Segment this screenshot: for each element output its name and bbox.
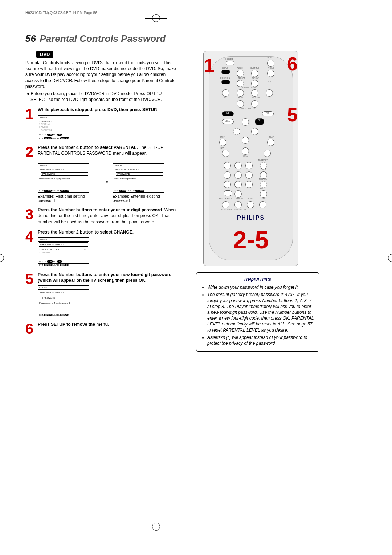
num-4-button[interactable] — [224, 171, 231, 179]
skip-back-button[interactable] — [222, 89, 229, 97]
num-3-button[interactable] — [245, 162, 253, 169]
dotted-rule — [25, 46, 334, 46]
repeat-button[interactable] — [237, 80, 244, 87]
num-0-button[interactable] — [234, 190, 242, 198]
vcrtv-button[interactable] — [260, 171, 267, 179]
menu-value: ALL — [84, 248, 88, 251]
step-number: 1 — [25, 107, 38, 121]
slow-button[interactable] — [259, 201, 266, 208]
setup-screen-main: SET-UP 1 LANGUAGE 2 DISPLAY 3 AUDIO 4 PA… — [38, 115, 89, 141]
screen-subtitle: PARENTAL CONTROLS — [39, 242, 88, 247]
marker-button[interactable] — [226, 61, 234, 65]
audio-button[interactable] — [237, 70, 244, 77]
step-3-bold: Press the Number buttons to enter your f… — [38, 207, 163, 212]
repeat-ab-button[interactable] — [251, 80, 258, 87]
right-button[interactable] — [251, 128, 258, 135]
footer-key: SETUP — [44, 190, 52, 192]
remote-label: A-B — [266, 81, 273, 83]
step-number: 5 — [25, 272, 38, 286]
num-6-button[interactable] — [245, 171, 253, 179]
menu-item: 3 AUDIO — [39, 126, 88, 129]
remote-label: PLAY — [267, 136, 276, 138]
up-button[interactable] — [242, 118, 249, 126]
hint-item: The default (factory preset) password is… — [207, 292, 314, 333]
password-dots: - - - - — [39, 305, 88, 308]
footer-key: RETURN — [60, 190, 69, 192]
timer-button[interactable] — [260, 162, 267, 169]
remote-label: TIMER SET — [256, 159, 269, 161]
ch-down-button[interactable] — [237, 89, 244, 97]
num-9-button[interactable] — [245, 181, 253, 188]
mode-button[interactable] — [237, 100, 244, 108]
step-number: 6 — [25, 321, 38, 336]
remote-control-diagram: 1 6 5 MARKER POWER SETUP AUDIO SUBTITLE … — [203, 51, 298, 266]
plus10-button[interactable] — [224, 190, 232, 196]
remote-label: SPEED — [258, 187, 269, 190]
num-2-button[interactable] — [234, 162, 242, 169]
page-title: Parental Controls Password — [40, 33, 166, 44]
remote-label: SETUP — [220, 67, 231, 69]
new-password-screen: SET-UP PARENTAL CONTROLS PASSWORD Please… — [38, 285, 89, 317]
register-mark-right — [377, 247, 392, 269]
play-button[interactable] — [267, 139, 274, 146]
rew-button[interactable] — [222, 150, 229, 157]
num-7-button[interactable] — [224, 181, 231, 188]
remote-label: CHANNEL/SKIP — [238, 86, 260, 89]
display-button[interactable] — [234, 201, 242, 208]
remote-label: MARKER — [224, 58, 234, 60]
angle-button[interactable] — [267, 70, 274, 77]
left-button[interactable] — [233, 128, 240, 135]
remote-label: MENU — [224, 120, 232, 122]
remote-label: DVD — [224, 112, 232, 114]
num-8-button[interactable] — [234, 181, 242, 188]
callout-5: 5 — [287, 104, 298, 126]
power-button[interactable] — [267, 60, 274, 67]
step-4: 4 Press the Number 2 button to select CH… — [25, 229, 178, 267]
down-button[interactable] — [242, 137, 249, 144]
footer-label: EXIT: — [114, 190, 118, 192]
skip-fwd-button[interactable] — [266, 89, 273, 97]
screen-title: SET-UP — [38, 286, 89, 290]
step-1: 1 While playback is stopped, press DVD, … — [25, 107, 178, 140]
brand-logo: PHILIPS — [204, 215, 298, 221]
zoom-button[interactable] — [247, 201, 254, 208]
memory-button[interactable] — [260, 181, 267, 188]
remote-label: DISC MENU — [219, 77, 232, 79]
step-2-bold: Press the Number 4 button to select PARE… — [38, 145, 138, 150]
ff-button[interactable] — [264, 150, 271, 157]
remote-label: MODE — [237, 97, 245, 99]
step-2: 2 Press the Number 4 button to select PA… — [25, 145, 178, 159]
footer-key: ▲ ▼ — [47, 134, 53, 136]
remote-label: STOP — [218, 136, 226, 138]
remote-label: AUDIO — [234, 67, 245, 69]
remote-label: TITLE — [222, 97, 231, 99]
num-5-button[interactable] — [234, 171, 242, 179]
pause-button[interactable] — [242, 147, 249, 155]
stop-button[interactable] — [219, 139, 226, 146]
disc-menu-button[interactable] — [221, 80, 230, 84]
password-screen-existing: SET-UP PARENTAL CONTROLS PASSWORD Enter … — [113, 163, 164, 193]
search-button[interactable] — [222, 201, 229, 208]
speed-button[interactable] — [260, 190, 267, 198]
return-button[interactable] — [251, 100, 258, 108]
num-1-button[interactable] — [224, 162, 231, 169]
subtitle-button[interactable] — [251, 70, 258, 77]
screen-title: SET-UP — [113, 164, 164, 167]
register-mark-bottom — [145, 516, 167, 538]
screens-row: SET-UP PARENTAL CONTROLS PASSWORD Please… — [38, 161, 178, 203]
footer-label: EXIT: — [39, 314, 44, 316]
step-5: 5 Press the Number buttons to enter your… — [25, 272, 178, 317]
pre-bullet: ● Before you begin, place the DVD/VCR in… — [30, 91, 178, 102]
remote-label: MEMORY — [257, 178, 269, 180]
footer-key: RETURN — [135, 190, 144, 192]
step-number: 4 — [25, 229, 38, 244]
footer-key: RETURN — [60, 314, 69, 316]
register-mark-left — [0, 247, 15, 269]
ch-up-button[interactable] — [251, 89, 258, 97]
remote-label: VCR/TV — [258, 169, 269, 171]
setup-button[interactable] — [221, 70, 230, 74]
step-1-text: While playback is stopped, press DVD, th… — [38, 107, 158, 112]
remote-label: SEARCH MODE — [218, 198, 234, 200]
footer-label: SET: — [53, 134, 57, 136]
remote-label: SUBTITLE — [249, 67, 261, 69]
